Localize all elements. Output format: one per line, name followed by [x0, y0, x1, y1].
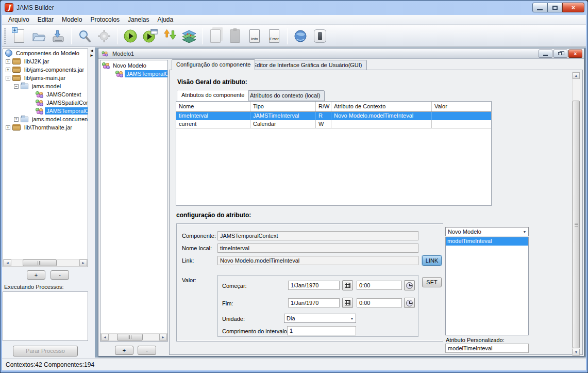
comecar-calendar-button[interactable]: [342, 280, 353, 290]
tab-editor-gui[interactable]: Editor de Interface Gráfica de Usuário(G…: [248, 60, 367, 70]
settings-button[interactable]: [94, 26, 114, 46]
model-close-button[interactable]: ×: [568, 50, 582, 58]
component-tree-hscrollbar[interactable]: ◄ ►: [3, 259, 88, 267]
close-button[interactable]: ×: [562, 3, 584, 12]
fim-calendar-button[interactable]: [342, 298, 353, 308]
tab-atributos-contexto[interactable]: Atributos do contexto (local): [245, 90, 325, 101]
run-model-button[interactable]: [121, 26, 140, 46]
paste-button[interactable]: [225, 26, 245, 46]
componente-field[interactable]: JAMSTemporalContext: [217, 231, 418, 240]
scrollbar-thumb[interactable]: [23, 260, 57, 266]
menu-editar[interactable]: Editar: [33, 15, 58, 24]
menu-janelas[interactable]: Janelas: [124, 15, 153, 24]
unidade-combo[interactable]: Dia ▼: [284, 314, 356, 323]
gis-layers-button[interactable]: [179, 26, 199, 46]
web-button[interactable]: [291, 26, 310, 46]
comecar-clock-button[interactable]: [404, 280, 415, 290]
error-log-button[interactable]: Error: [264, 26, 284, 46]
table-row-timeinterval[interactable]: timeInterval JAMSTimeInterval R Novo Mod…: [176, 112, 491, 120]
search-button[interactable]: [75, 26, 94, 46]
menu-ajuda[interactable]: Ajuda: [153, 15, 177, 24]
tab-atributos-componente[interactable]: Atributos do componente: [177, 90, 249, 101]
expand-icon[interactable]: +: [6, 125, 10, 130]
model-tree-hscrollbar[interactable]: ◄ ►: [100, 333, 167, 341]
panel-splitter[interactable]: ◄ ►: [89, 47, 95, 358]
fim-date-field[interactable]: 1/Jan/1970: [288, 298, 340, 307]
set-button[interactable]: SET: [422, 277, 442, 287]
scroll-left-arrow[interactable]: ◄: [4, 260, 11, 266]
column-header-atributo-contexto[interactable]: Atributo de Contexto: [331, 102, 432, 111]
model-tree-root[interactable]: Novo Modelo: [100, 61, 167, 70]
model-window-titlebar[interactable]: Modelo1 ×: [98, 48, 584, 59]
link-field[interactable]: Novo Modelo.modelTimeInteval: [217, 256, 418, 265]
tree-item-jamstemporalcontext[interactable]: JAMSTemporalCon: [3, 107, 88, 115]
power-button[interactable]: [310, 26, 330, 46]
link-button[interactable]: LINK: [422, 255, 442, 266]
list-item-modeltimeinteval[interactable]: modelTimeInteval: [446, 237, 528, 246]
scroll-right-arrow[interactable]: ►: [79, 260, 87, 266]
tab-configuracao-componente[interactable]: Configuração do componente: [172, 59, 255, 70]
custom-attribute-field[interactable]: modelTimeInteval: [445, 344, 529, 353]
expand-icon[interactable]: +: [6, 59, 10, 64]
tree-item-jams-model-concurrent[interactable]: + jams.model.concurren: [3, 115, 88, 123]
scroll-right-arrow[interactable]: ►: [159, 334, 167, 340]
table-row-current[interactable]: current Calendar W: [176, 120, 491, 128]
tree-item-jams-components[interactable]: + lib\jams-components.jar: [3, 66, 88, 74]
context-combo[interactable]: Novo Modelo ▼: [445, 227, 529, 236]
column-header-valor[interactable]: Valor: [432, 102, 491, 111]
run-model-gui-button[interactable]: [140, 26, 160, 46]
expand-icon[interactable]: +: [14, 117, 19, 122]
menu-protocolos[interactable]: Protocolos: [86, 15, 124, 24]
model-minimize-button[interactable]: [539, 50, 552, 58]
menu-modelo[interactable]: Modelo: [58, 15, 86, 24]
tree-item-jams-main[interactable]: − lib\jams-main.jar: [3, 74, 88, 82]
model-add-button[interactable]: +: [115, 346, 133, 355]
menu-arquivo[interactable]: Arquivo: [4, 15, 33, 24]
save-model-button[interactable]: [48, 26, 68, 46]
table-header: Nome Tipo R/W Atributo de Contexto Valor: [176, 102, 491, 112]
running-processes-list[interactable]: [3, 291, 88, 341]
tree-item-jams-model[interactable]: − jams.model: [3, 82, 88, 90]
comecar-time-field[interactable]: 0:00: [357, 281, 402, 290]
tree-root-componentes[interactable]: Componentes do Modelo: [3, 49, 88, 57]
copy-button[interactable]: [206, 26, 225, 46]
config-pane-vscrollbar[interactable]: ▲ ▼: [572, 72, 580, 356]
tree-item-jamscontext[interactable]: JAMSContext: [3, 90, 88, 99]
open-model-button[interactable]: [29, 26, 48, 46]
context-attribute-list[interactable]: modelTimeInteval: [445, 237, 529, 335]
model-tree-item-temporalcontext[interactable]: JAMSTemporalCont: [100, 70, 167, 78]
minimize-button[interactable]: [532, 3, 547, 12]
scroll-up-arrow[interactable]: ▲: [573, 72, 580, 79]
collapse-icon[interactable]: −: [14, 84, 19, 89]
collapse-icon[interactable]: −: [6, 76, 10, 80]
column-header-tipo[interactable]: Tipo: [250, 102, 316, 111]
collapse-left-icon[interactable]: ◄: [90, 48, 94, 53]
maximize-button[interactable]: [547, 3, 562, 12]
collapse-right-icon[interactable]: ►: [90, 53, 94, 58]
column-header-nome[interactable]: Nome: [176, 102, 250, 111]
remove-component-button[interactable]: -: [51, 270, 69, 280]
update-components-button[interactable]: [160, 26, 179, 46]
column-header-rw[interactable]: R/W: [316, 102, 331, 111]
expand-icon[interactable]: +: [6, 68, 10, 72]
scroll-down-arrow[interactable]: ▼: [573, 349, 580, 355]
comprimento-field[interactable]: 1: [287, 326, 356, 335]
new-model-button[interactable]: +: [9, 26, 29, 46]
stop-process-button[interactable]: Parar Processo: [13, 346, 78, 356]
add-component-button[interactable]: +: [27, 270, 45, 280]
model-restore-button[interactable]: [553, 50, 567, 58]
fim-time-field[interactable]: 0:00: [357, 298, 402, 307]
info-log-button[interactable]: Info: [245, 26, 264, 46]
scroll-left-arrow[interactable]: ◄: [101, 334, 109, 340]
toolbar-drag-handle[interactable]: [4, 28, 6, 44]
fim-clock-button[interactable]: [404, 298, 415, 308]
scrollbar-thumb[interactable]: [117, 334, 143, 340]
scrollbar-thumb[interactable]: [573, 101, 580, 348]
tree-item-jamsspatialcontext[interactable]: JAMSSpatialConte: [3, 99, 88, 107]
title-bar[interactable]: J JAMS Builder ×: [1, 1, 587, 15]
comecar-date-field[interactable]: 1/Jan/1970: [288, 281, 340, 290]
tree-item-j2k[interactable]: + lib\J2K.jar: [3, 57, 88, 66]
model-remove-button[interactable]: -: [138, 346, 156, 355]
tree-item-thornthwaite[interactable]: + lib\Thornthwaite.jar: [3, 123, 88, 132]
nome-local-field[interactable]: timeInterval: [217, 244, 418, 253]
